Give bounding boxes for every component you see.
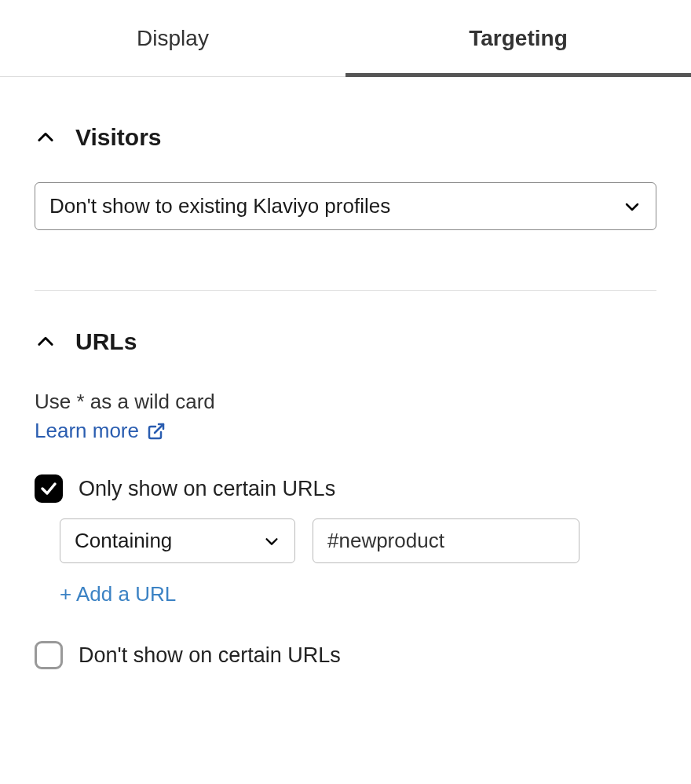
- svg-line-0: [155, 424, 163, 433]
- check-icon: [39, 479, 58, 498]
- urls-hint: Use * as a wild card: [35, 390, 656, 414]
- urls-header[interactable]: URLs: [35, 328, 656, 355]
- learn-more-label: Learn more: [35, 419, 139, 443]
- visitors-title: Visitors: [75, 124, 162, 151]
- only-show-row: Only show on certain URLs: [35, 474, 656, 503]
- dont-show-row: Don't show on certain URLs: [35, 641, 656, 669]
- tab-display-label: Display: [137, 26, 209, 51]
- visitors-section: Visitors Don't show to existing Klaviyo …: [35, 77, 656, 230]
- tab-display[interactable]: Display: [0, 0, 346, 76]
- visitors-selected-value: Don't show to existing Klaviyo profiles: [49, 194, 390, 218]
- chevron-up-icon: [35, 331, 57, 353]
- content-area: Visitors Don't show to existing Klaviyo …: [0, 77, 691, 669]
- only-show-checkbox[interactable]: [35, 474, 63, 503]
- chevron-down-icon: [623, 197, 642, 216]
- external-link-icon: [147, 422, 166, 441]
- add-url-label: + Add a URL: [60, 582, 176, 606]
- learn-more-link[interactable]: Learn more: [35, 419, 166, 443]
- match-type-select[interactable]: Containing: [60, 518, 295, 563]
- add-url-button[interactable]: + Add a URL: [60, 582, 176, 606]
- url-rule-row: Containing: [60, 518, 656, 563]
- visitors-select[interactable]: Don't show to existing Klaviyo profiles: [35, 182, 656, 230]
- match-type-value: Containing: [75, 529, 172, 553]
- url-value-input[interactable]: [313, 518, 579, 563]
- tab-targeting[interactable]: Targeting: [346, 0, 691, 76]
- urls-title: URLs: [75, 328, 137, 355]
- chevron-down-icon: [263, 533, 280, 550]
- dont-show-label: Don't show on certain URLs: [79, 643, 341, 668]
- only-show-label: Only show on certain URLs: [79, 477, 335, 501]
- chevron-up-icon: [35, 126, 57, 148]
- tab-targeting-label: Targeting: [469, 26, 567, 51]
- dont-show-checkbox[interactable]: [35, 641, 63, 669]
- urls-section: URLs Use * as a wild card Learn more Onl…: [35, 291, 656, 669]
- tabs-bar: Display Targeting: [0, 0, 691, 77]
- visitors-header[interactable]: Visitors: [35, 124, 656, 151]
